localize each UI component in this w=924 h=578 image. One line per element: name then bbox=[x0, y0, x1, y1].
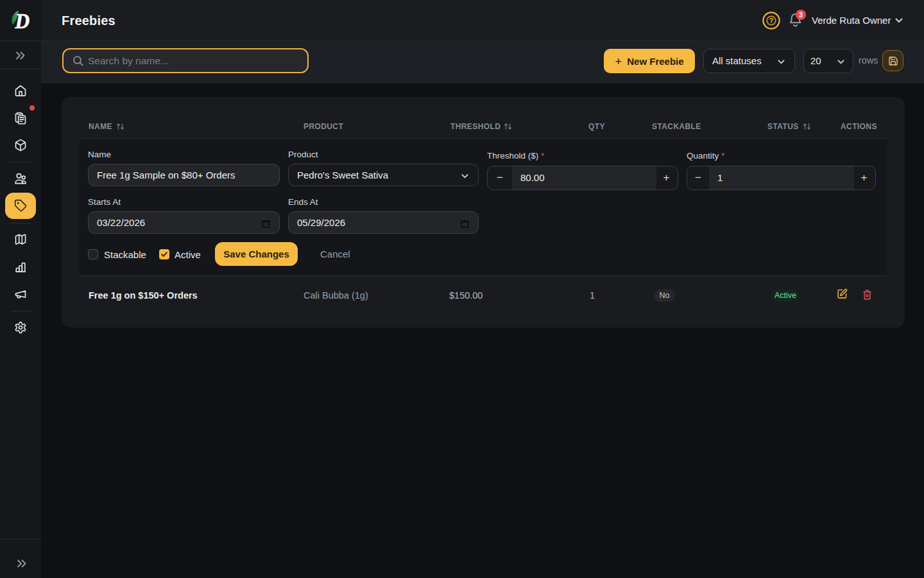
svg-text:?: ? bbox=[769, 17, 773, 24]
svg-text:D: D bbox=[14, 9, 30, 31]
